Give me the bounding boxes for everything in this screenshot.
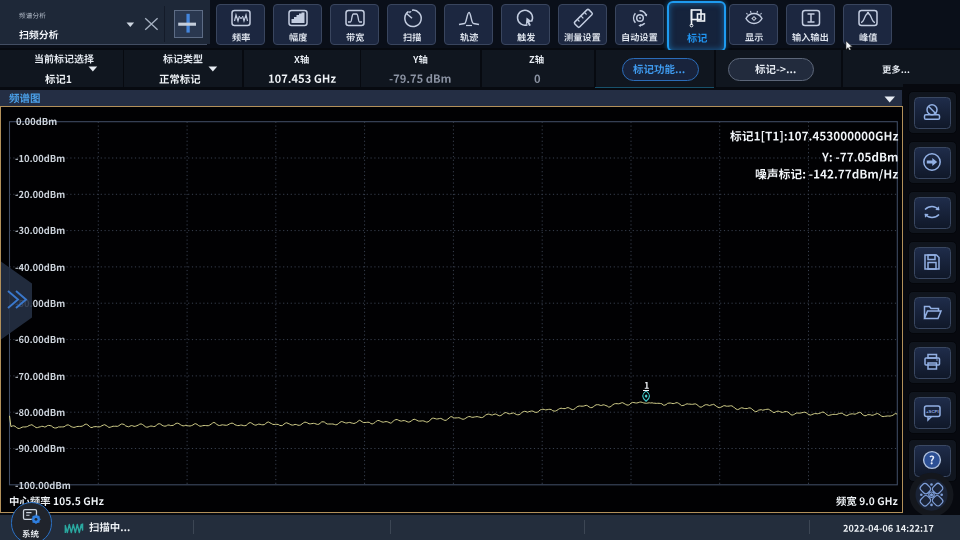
svg-text:+SCPI: +SCPI — [925, 409, 938, 414]
